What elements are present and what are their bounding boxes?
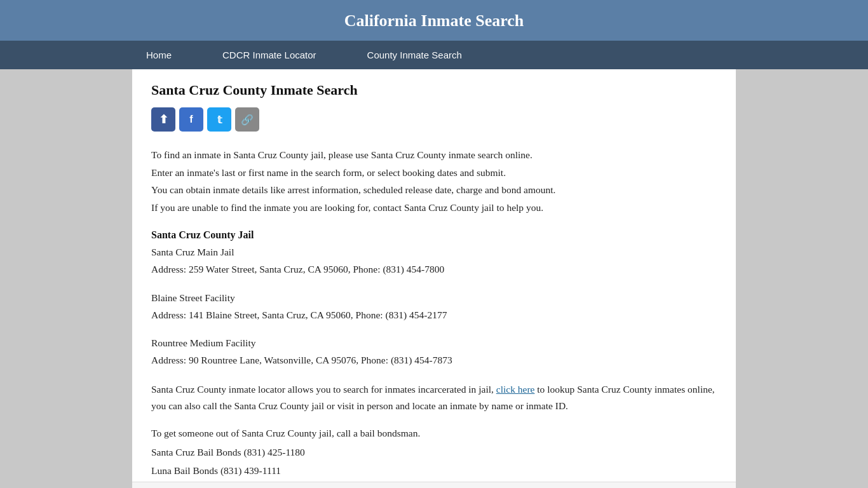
facebook-icon: f bbox=[189, 114, 193, 125]
nav-county[interactable]: County Inmate Search bbox=[355, 41, 500, 69]
bail-bond-2: Luna Bail Bonds (831) 439-1111 bbox=[151, 463, 717, 479]
share-icon: ⬆ bbox=[159, 114, 168, 125]
facility-2-name: Blaine Street Facility bbox=[151, 290, 717, 306]
jail-section-title: Santa Cruz County Jail bbox=[151, 229, 717, 241]
page-heading: Santa Cruz County Inmate Search bbox=[151, 82, 717, 98]
facility-1-address: Address: 259 Water Street, Santa Cruz, C… bbox=[151, 262, 717, 278]
twitter-button[interactable]: 𝕥 bbox=[207, 107, 231, 132]
intro-line-1: To find an inmate in Santa Cruz County j… bbox=[151, 147, 717, 163]
facility-blaine: Blaine Street Facility Address: 141 Blai… bbox=[151, 290, 717, 323]
share-button[interactable]: ⬆ bbox=[151, 107, 175, 132]
main-nav: Home CDCR Inmate Locator County Inmate S… bbox=[0, 41, 868, 69]
bail-section: To get someone out of Santa Cruz County … bbox=[151, 425, 717, 479]
site-title: California Inmate Search bbox=[344, 11, 524, 30]
content-wrapper: Santa Cruz County Inmate Search ⬆ f 𝕥 🔗 … bbox=[132, 69, 736, 488]
footer-section: County inmate search in California bbox=[132, 482, 736, 488]
locator-text: Santa Cruz County inmate locator allows … bbox=[151, 381, 717, 414]
site-header: California Inmate Search bbox=[0, 0, 868, 41]
twitter-icon: 𝕥 bbox=[217, 114, 222, 126]
facility-1-name: Santa Cruz Main Jail bbox=[151, 245, 717, 261]
social-buttons: ⬆ f 𝕥 🔗 bbox=[151, 107, 717, 132]
facility-main-jail: Santa Cruz Main Jail Address: 259 Water … bbox=[151, 245, 717, 278]
nav-home[interactable]: Home bbox=[133, 41, 210, 69]
intro-line-3: You can obtain inmate details like arres… bbox=[151, 182, 717, 198]
click-here-link[interactable]: click here bbox=[496, 384, 535, 395]
link-icon: 🔗 bbox=[241, 114, 254, 126]
intro-line-2: Enter an inmate's last or first name in … bbox=[151, 165, 717, 181]
intro-line-4: If you are unable to find the inmate you… bbox=[151, 200, 717, 216]
intro-text: To find an inmate in Santa Cruz County j… bbox=[151, 147, 717, 215]
locator-before: Santa Cruz County inmate locator allows … bbox=[151, 384, 494, 395]
facility-rountree: Rountree Medium Facility Address: 90 Rou… bbox=[151, 336, 717, 369]
nav-cdcr[interactable]: CDCR Inmate Locator bbox=[210, 41, 355, 69]
facility-3-address: Address: 90 Rountree Lane, Watsonville, … bbox=[151, 353, 717, 369]
bail-bond-1: Santa Cruz Bail Bonds (831) 425-1180 bbox=[151, 444, 717, 461]
copy-link-button[interactable]: 🔗 bbox=[235, 107, 259, 132]
facebook-button[interactable]: f bbox=[179, 107, 203, 132]
bail-intro: To get someone out of Santa Cruz County … bbox=[151, 425, 717, 442]
facility-2-address: Address: 141 Blaine Street, Santa Cruz, … bbox=[151, 308, 717, 323]
facility-3-name: Rountree Medium Facility bbox=[151, 336, 717, 351]
